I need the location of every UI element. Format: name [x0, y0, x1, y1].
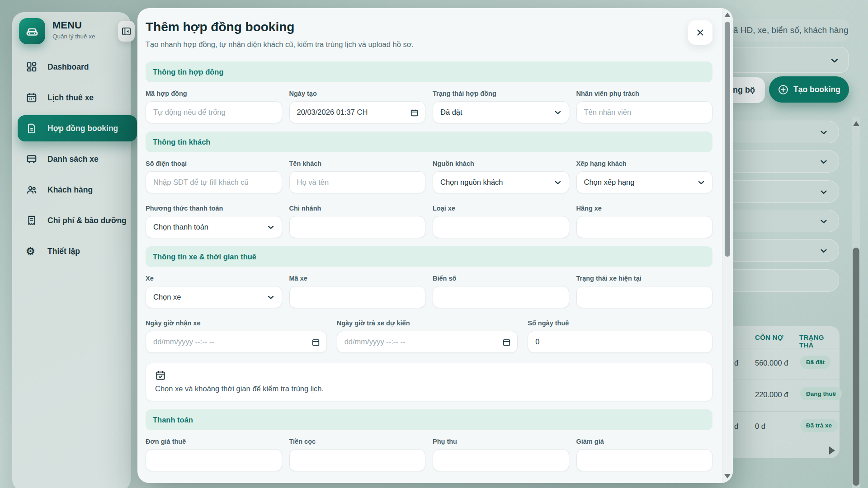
return-datetime-input[interactable]: [337, 331, 518, 352]
schedule-conflict-notice: Chọn xe và khoảng thời gian để kiểm tra …: [146, 363, 712, 401]
modal-body: Thêm hợp đồng booking Tạo nhanh hợp đồng…: [137, 8, 733, 483]
vehicle-select[interactable]: Chọn xe: [146, 286, 282, 308]
section-header-contract: Thông tin hợp đồng: [146, 61, 712, 82]
field-pickup-datetime: Ngày giờ nhận xe: [146, 319, 327, 353]
field-contract-status: Trạng thái hợp đồng Đã đặt: [433, 89, 569, 123]
customer-name-input[interactable]: [290, 172, 425, 193]
contract-code-input[interactable]: [146, 102, 282, 123]
modal-scrollbar-thumb[interactable]: [725, 22, 730, 257]
vehicle-status-input[interactable]: [577, 286, 712, 308]
field-surcharge: Phụ thu: [433, 437, 569, 471]
field-contract-code: Mã hợp đồng: [146, 89, 282, 123]
section-header-payment: Thanh toán: [146, 409, 712, 430]
calendar-check-icon: [155, 370, 703, 381]
rental-days-input[interactable]: [528, 331, 712, 352]
modal-close-button[interactable]: [688, 20, 712, 45]
chevron-down-icon: [266, 223, 275, 232]
field-payment-method: Phương thức thanh toán Chọn thanh toán: [146, 204, 282, 238]
scroll-up-arrow-icon[interactable]: [724, 13, 731, 17]
field-vehicle-code: Mã xe: [289, 274, 426, 308]
vehicle-brand-input[interactable]: [577, 216, 712, 238]
field-created-at: Ngày tạo: [289, 89, 426, 123]
license-plate-input[interactable]: [433, 286, 569, 308]
chevron-down-icon: [266, 293, 275, 302]
section-header-vehicle: Thông tin xe & thời gian thuê: [146, 246, 712, 267]
section-header-customer: Thông tin khách: [146, 131, 712, 152]
chevron-down-icon: [553, 178, 562, 187]
unit-price-input[interactable]: [146, 450, 282, 471]
vehicle-type-input[interactable]: [433, 216, 569, 238]
vehicle-code-input[interactable]: [290, 286, 425, 308]
surcharge-input[interactable]: [433, 450, 569, 471]
field-vehicle: Xe Chọn xe: [146, 274, 282, 308]
app-root: MENU Quản lý thuê xe Dashboard: [0, 0, 868, 488]
customer-source-select[interactable]: Chọn nguồn khách: [433, 171, 569, 193]
discount-input[interactable]: [577, 450, 712, 471]
branch-input[interactable]: [290, 216, 425, 238]
field-vehicle-type: Loại xe: [433, 204, 569, 238]
field-phone: Số điện thoại: [146, 160, 282, 193]
scroll-down-arrow-icon[interactable]: [724, 474, 731, 479]
chevron-down-icon: [553, 108, 562, 117]
notice-text: Chọn xe và khoảng thời gian để kiểm tra …: [155, 385, 703, 393]
field-vehicle-brand: Hãng xe: [576, 204, 713, 238]
modal-subtitle: Tạo nhanh hợp đồng, tự nhận diện khách c…: [146, 40, 712, 49]
chevron-down-icon: [697, 178, 706, 187]
field-deposit: Tiền cọc: [289, 437, 426, 471]
close-icon: [695, 28, 705, 38]
staff-input[interactable]: [577, 102, 712, 123]
add-booking-modal: Thêm hợp đồng booking Tạo nhanh hợp đồng…: [137, 8, 733, 483]
field-customer-name: Tên khách: [289, 160, 426, 193]
field-branch: Chi nhánh: [289, 204, 426, 238]
created-at-input[interactable]: [290, 102, 425, 123]
pickup-datetime-input[interactable]: [146, 331, 326, 352]
field-vehicle-status: Trạng thái xe hiện tại: [576, 274, 713, 308]
field-unit-price: Đơn giá thuê: [146, 437, 282, 471]
modal-title: Thêm hợp đồng booking: [146, 20, 712, 34]
deposit-input[interactable]: [290, 450, 425, 471]
contract-status-select[interactable]: Đã đặt: [433, 101, 569, 123]
field-customer-rank: Xếp hạng khách Chọn xếp hạng: [576, 160, 713, 193]
field-discount: Giảm giá: [576, 437, 713, 471]
modal-scrollbar[interactable]: [722, 8, 733, 483]
field-customer-source: Nguồn khách Chọn nguồn khách: [433, 160, 569, 193]
customer-rank-select[interactable]: Chọn xếp hạng: [576, 171, 713, 193]
payment-method-select[interactable]: Chọn thanh toán: [146, 216, 282, 238]
field-rental-days: Số ngày thuê: [528, 319, 712, 353]
phone-input[interactable]: [146, 172, 282, 193]
field-return-datetime: Ngày giờ trả xe dự kiến: [337, 319, 518, 353]
field-license-plate: Biển số: [433, 274, 569, 308]
field-staff: Nhân viên phụ trách: [576, 89, 713, 123]
